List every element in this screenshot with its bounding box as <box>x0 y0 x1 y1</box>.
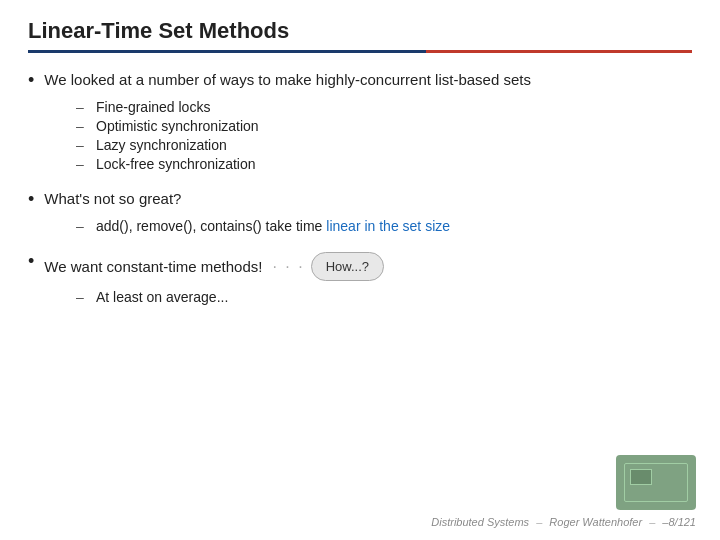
bullet-dot-2: • <box>28 189 34 210</box>
sub-bullet-3-1-text: At least on average... <box>96 289 228 305</box>
footer-sep1: – <box>536 516 542 528</box>
slide-header: Linear-Time Set Methods <box>0 0 720 44</box>
thought-bubble: How...? <box>311 252 384 281</box>
sub-bullet-1-1: – Fine-grained locks <box>76 99 692 115</box>
dash-2-1: – <box>76 218 88 234</box>
circuit-board-image <box>616 455 696 510</box>
sub-bullet-1-2: – Optimistic synchronization <box>76 118 692 134</box>
sub-bullet-3-1: – At least on average... <box>76 289 692 305</box>
highlight-linear: linear in the set size <box>326 218 450 234</box>
section-3: • We want constant-time methods! · · · H… <box>28 252 692 305</box>
footer-text1: Distributed Systems <box>431 516 529 528</box>
footer-page: –8/121 <box>662 516 696 528</box>
sub-bullet-1-3: – Lazy synchronization <box>76 137 692 153</box>
main-bullet-2: • What's not so great? <box>28 190 692 210</box>
dash-1-2: – <box>76 118 88 134</box>
sub-bullets-3: – At least on average... <box>76 289 692 305</box>
dash-3-1: – <box>76 289 88 305</box>
slide: Linear-Time Set Methods • We looked at a… <box>0 0 720 540</box>
bullet-dot-1: • <box>28 70 34 91</box>
main-bullet-2-text: What's not so great? <box>44 190 181 207</box>
footer-sep2: – <box>649 516 655 528</box>
dash-1-1: – <box>76 99 88 115</box>
sub-bullets-2: – add(), remove(), contains() take time … <box>76 218 692 234</box>
main-bullet-3-text: We want constant-time methods! <box>44 258 262 275</box>
sub-bullets-1: – Fine-grained locks – Optimistic synchr… <box>76 99 692 172</box>
sub-bullet-2-1: – add(), remove(), contains() take time … <box>76 218 692 234</box>
dash-1-4: – <box>76 156 88 172</box>
slide-content: • We looked at a number of ways to make … <box>0 53 720 333</box>
thought-dots: · · · <box>272 258 304 276</box>
sub-bullet-1-4: – Lock-free synchronization <box>76 156 692 172</box>
section-1: • We looked at a number of ways to make … <box>28 71 692 172</box>
section-2: • What's not so great? – add(), remove()… <box>28 190 692 234</box>
slide-title: Linear-Time Set Methods <box>28 18 692 44</box>
main-bullet-1-text: We looked at a number of ways to make hi… <box>44 71 531 88</box>
footer-text2: Roger Wattenhofer <box>549 516 642 528</box>
sub-bullet-1-1-text: Fine-grained locks <box>96 99 210 115</box>
sub-bullet-1-4-text: Lock-free synchronization <box>96 156 256 172</box>
sub-bullet-2-1-text: add(), remove(), contains() take time li… <box>96 218 450 234</box>
sub-bullet-1-3-text: Lazy synchronization <box>96 137 227 153</box>
main-bullet-3: • We want constant-time methods! · · · H… <box>28 252 692 281</box>
thought-bubble-area: We want constant-time methods! · · · How… <box>44 252 384 281</box>
dash-1-3: – <box>76 137 88 153</box>
slide-footer: Distributed Systems – Roger Wattenhofer … <box>431 516 696 528</box>
circuit-board-graphic <box>616 455 696 510</box>
sub-bullet-1-2-text: Optimistic synchronization <box>96 118 259 134</box>
bullet-dot-3: • <box>28 251 34 272</box>
main-bullet-1: • We looked at a number of ways to make … <box>28 71 692 91</box>
